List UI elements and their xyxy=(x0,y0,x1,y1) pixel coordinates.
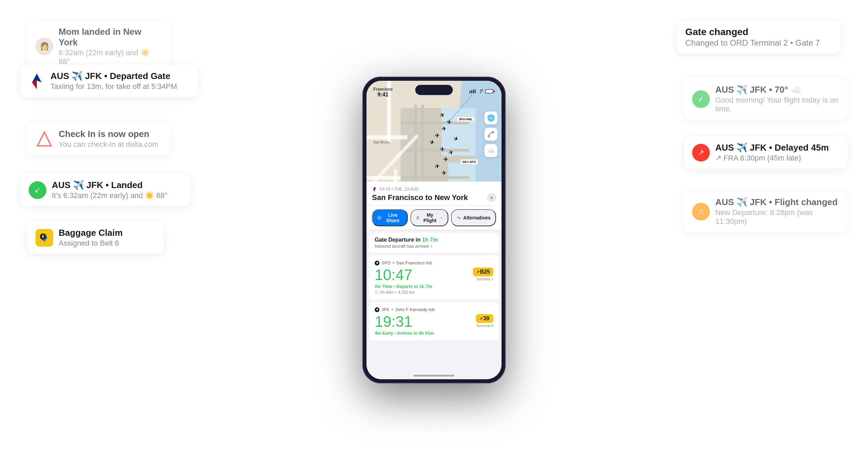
svg-rect-19 xyxy=(401,122,469,124)
origin-name: San Francisco Intl. xyxy=(396,260,433,265)
map-label-sanbruno: San Bruno xyxy=(373,140,389,144)
origin-status-row: On Time • Departs in 1h 7m xyxy=(375,284,432,289)
green-check-icon: ✓ xyxy=(692,90,710,108)
alternatives-button[interactable]: Alternatives xyxy=(451,209,496,226)
notification-flight-changed: ⚠ AUS ✈️ JFK • Flight changed New Depart… xyxy=(684,191,848,232)
flight-code: AA 16 • TUE, 13 AUG xyxy=(379,187,419,191)
destination-terminal: Terminal 8 xyxy=(476,324,493,328)
my-flight-button[interactable]: My Flight xyxy=(410,209,448,226)
luggage-icon: 🧳6 xyxy=(35,229,53,247)
notification-departed: AUS ✈️ JFK • Departed Gate Taxiing for 1… xyxy=(20,65,198,97)
notification-on-time: ✓ AUS ✈️ JFK • 70° ☁️ Good morning! Your… xyxy=(684,78,848,120)
avatar-icon: 👩 xyxy=(35,37,53,55)
phone-screen: Francisco 9:41 xyxy=(366,81,502,379)
live-share-button[interactable]: Live Share xyxy=(372,209,408,226)
notif-text-delayed: AUS ✈️ JFK • Delayed 45m ↗ FRA 6:30pm (4… xyxy=(715,142,829,163)
svg-point-5 xyxy=(480,93,481,93)
airline-logo xyxy=(29,73,45,89)
map-label-sfoHnl: SFO-HNL xyxy=(457,117,475,122)
origin-status: On Time • Departs in 1h 7m xyxy=(375,284,432,289)
status-icons xyxy=(469,89,495,94)
home-indicator xyxy=(414,375,454,377)
notification-checkin: Check In is now open You can check-in at… xyxy=(27,123,170,155)
status-time: 9:41 xyxy=(377,92,388,98)
notification-landed: ↙ AUS ✈️ JFK • Landed It's 6:32am (22m e… xyxy=(20,174,191,206)
svg-rect-21 xyxy=(401,176,469,179)
flight-panel[interactable]: AA 16 • TUE, 13 AUG San Francisco to New… xyxy=(366,182,502,379)
gate-departure-info: Gate Departure in 1h 7m Inbound aircraft… xyxy=(369,233,499,253)
map-route-button[interactable] xyxy=(484,128,497,141)
svg-rect-7 xyxy=(494,90,495,92)
origin-header: SFO • San Francisco Intl. xyxy=(375,260,493,265)
map-plane-11: ✈ xyxy=(442,169,447,177)
dynamic-island xyxy=(415,85,453,95)
destination-header: JFK • John F Kennedy Intl. xyxy=(375,307,493,312)
map-plane-6: ✈ xyxy=(440,145,445,153)
close-button[interactable]: × xyxy=(487,193,496,202)
green-arrow-icon: ↙ xyxy=(29,181,46,199)
flight-label: AA 16 • TUE, 13 AUG xyxy=(372,186,496,192)
gate-departure-subtitle: Inbound aircraft has arrived xyxy=(375,244,493,249)
destination-status-row: 4m Early • Arrives in 6h 51m xyxy=(375,331,434,336)
phone-device: Francisco 9:41 xyxy=(362,77,506,383)
map-plane-4: ✈ xyxy=(435,132,440,139)
origin-time: 10:47 xyxy=(375,267,432,282)
svg-rect-20 xyxy=(401,149,469,152)
action-buttons-row: Live Share My Flight Alternatives xyxy=(366,206,502,230)
svg-marker-0 xyxy=(38,132,51,146)
svg-rect-3 xyxy=(473,90,474,93)
destination-gate-badge: ↗ 39 xyxy=(476,314,493,323)
notification-gate-changed: Gate changed Changed to ORD Terminal 2 •… xyxy=(677,20,841,54)
notif-text-checkin: Check In is now open You can check-in at… xyxy=(59,129,159,149)
gate-departure-title: Gate Departure in 1h 7m xyxy=(375,237,493,243)
destination-status: 4m Early • Arrives in 6h 51m xyxy=(375,331,434,336)
notif-text-on-time: AUS ✈️ JFK • 70° ☁️ Good morning! Your f… xyxy=(715,85,839,113)
destination-time: 19:31 xyxy=(375,314,434,329)
map-label-seaSfo: SEA-SFO xyxy=(460,159,478,165)
destination-name: John F Kennedy Intl. xyxy=(395,307,436,312)
notif-text-mom: Mom landed in New York 6:32am (22m early… xyxy=(59,27,162,66)
delta-icon xyxy=(35,130,53,148)
notification-delayed: ↗ AUS ✈️ JFK • Delayed 45m ↗ FRA 6:30pm … xyxy=(684,136,848,169)
red-arrow-icon: ↗ xyxy=(692,144,710,162)
map-plane-9: ✈ xyxy=(443,156,448,163)
origin-airport-card: SFO • San Francisco Intl. 10:47 On Time … xyxy=(369,256,499,300)
notification-baggage: 🧳6 Baggage Claim Assigned to Belt 6 xyxy=(27,221,164,254)
origin-details: 5h 44m • 4,152 km xyxy=(375,290,432,295)
svg-rect-4 xyxy=(475,89,476,93)
map-globe-button[interactable]: 🌐 xyxy=(484,111,497,124)
flight-route-title: San Francisco to New York × xyxy=(372,193,496,202)
yellow-warning-icon: ⚠ xyxy=(692,203,710,220)
notif-text-landed: AUS ✈️ JFK • Landed It's 6:32am (22m ear… xyxy=(52,180,168,200)
map-layers-button[interactable]: ☁️ xyxy=(484,144,497,157)
destination-airport-card: JFK • John F Kennedy Intl. 19:31 4m Earl… xyxy=(369,302,499,340)
panel-header: AA 16 • TUE, 13 AUG San Francisco to New… xyxy=(366,182,502,206)
origin-terminal: Terminal 1 xyxy=(473,277,493,281)
origin-gate-badge: ↗ B25 xyxy=(473,267,493,276)
notif-text-departed: AUS ✈️ JFK • Departed Gate Taxiing for 1… xyxy=(50,71,177,91)
svg-point-26 xyxy=(417,216,419,218)
notif-text-gate-changed: Gate changed Changed to ORD Terminal 2 •… xyxy=(685,27,820,48)
destination-code: JFK xyxy=(381,307,389,312)
origin-code: SFO xyxy=(381,260,391,265)
notif-text-baggage: Baggage Claim Assigned to Belt 6 xyxy=(59,228,123,248)
svg-rect-8 xyxy=(486,90,493,93)
svg-rect-2 xyxy=(471,90,472,94)
notif-text-flight-changed: AUS ✈️ JFK • Flight changed New Departur… xyxy=(715,197,839,226)
phone-frame: Francisco 9:41 xyxy=(362,77,506,383)
svg-rect-1 xyxy=(469,91,470,93)
svg-point-23 xyxy=(488,136,490,137)
status-location: Francisco xyxy=(373,87,393,92)
